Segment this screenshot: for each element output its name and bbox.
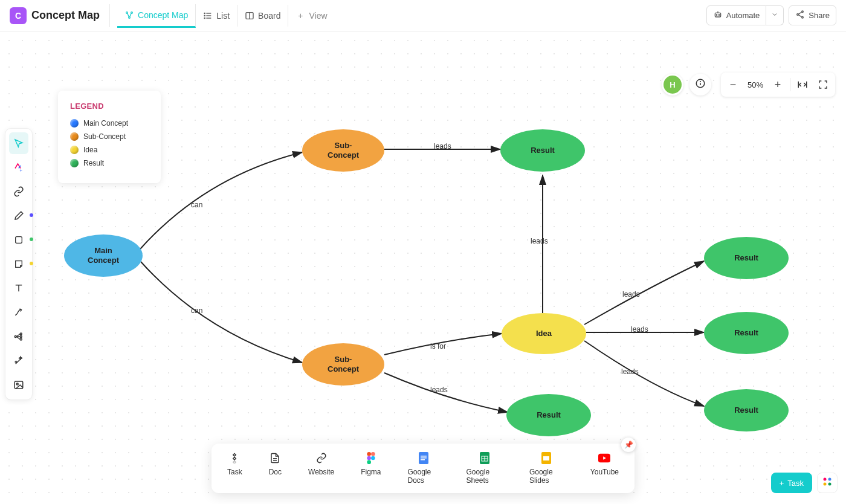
legend-item: Idea	[70, 146, 149, 154]
fit-width-button[interactable]	[793, 76, 812, 93]
left-toolbar: +	[5, 128, 33, 400]
legend-swatch	[70, 159, 79, 167]
bottom-right-controls: + Task	[771, 473, 838, 493]
zoom-out-button[interactable]: −	[723, 76, 743, 93]
user-avatar: H	[664, 76, 682, 94]
gslides-icon	[540, 452, 552, 464]
svg-point-56	[824, 478, 827, 481]
new-task-button[interactable]: + Task	[771, 473, 812, 493]
svg-point-59	[828, 483, 831, 486]
avatar-wrap[interactable]: H	[662, 74, 683, 95]
tool-text[interactable]	[9, 277, 28, 299]
legend-label: Main Concept	[83, 119, 128, 128]
tab-label: View	[309, 11, 327, 21]
dock-gslides[interactable]: Google Slides	[516, 450, 577, 487]
svg-text:+: +	[20, 168, 23, 173]
tool-link[interactable]	[9, 181, 28, 202]
svg-point-37	[16, 383, 18, 385]
dock-gsheets[interactable]: Google Sheets	[453, 450, 516, 487]
svg-point-13	[718, 15, 719, 15]
dock-gdocs[interactable]: Google Docs	[395, 450, 453, 487]
gsheets-icon	[479, 452, 491, 464]
legend-item: Sub-Concept	[70, 132, 149, 141]
svg-line-18	[799, 12, 802, 14]
node-main-concept[interactable]: MainConcept	[64, 234, 143, 277]
dock-youtube[interactable]: YouTube	[577, 450, 632, 487]
edge-label: can	[191, 201, 202, 209]
tool-connector[interactable]	[9, 302, 28, 323]
legend-item: Result	[70, 159, 149, 167]
tool-magic[interactable]	[9, 350, 28, 372]
dock-doc[interactable]: Doc	[256, 450, 295, 487]
svg-point-22	[700, 82, 701, 82]
tab-board[interactable]: Board	[237, 5, 288, 27]
node-result[interactable]: Result	[506, 394, 591, 436]
svg-point-15	[802, 11, 804, 13]
legend-swatch	[70, 119, 79, 128]
node-result[interactable]: Result	[704, 312, 789, 354]
edge-label: leads	[621, 367, 639, 376]
automate-button[interactable]: Automate	[706, 5, 767, 25]
node-sub-concept[interactable]: Sub-Concept	[302, 343, 384, 386]
dock-website[interactable]: Website	[295, 450, 347, 487]
node-result[interactable]: Result	[704, 389, 789, 431]
tab-list[interactable]: List	[196, 5, 237, 27]
edge-label: leads	[531, 237, 548, 245]
legend-label: Result	[83, 159, 104, 167]
legend-swatch	[70, 146, 79, 154]
doc-icon	[269, 452, 281, 464]
view-tabs: Concept Map List Board + View	[109, 4, 335, 27]
info-icon	[695, 78, 706, 91]
pin-button[interactable]: 📌	[621, 438, 636, 452]
legend-panel[interactable]: LEGEND Main Concept Sub-Concept Idea Res…	[58, 91, 161, 183]
node-label: Result	[537, 410, 561, 420]
dock-label: Google Sheets	[466, 468, 503, 485]
node-label: Result	[734, 253, 758, 263]
node-label: Sub-Concept	[328, 141, 359, 160]
node-sub-concept[interactable]: Sub-Concept	[302, 129, 384, 172]
tool-mindmap[interactable]	[9, 326, 28, 347]
svg-point-16	[797, 14, 799, 16]
dock-task[interactable]: Task	[214, 450, 256, 487]
fullscreen-button[interactable]	[813, 76, 833, 93]
node-label: Result	[734, 328, 758, 338]
node-label: MainConcept	[88, 246, 119, 265]
svg-point-6	[204, 13, 205, 13]
share-button[interactable]: Share	[789, 5, 836, 25]
tool-pen[interactable]	[9, 205, 28, 227]
dock-label: Task	[227, 468, 242, 476]
tab-label: List	[216, 11, 230, 21]
tool-sticky[interactable]	[9, 253, 28, 275]
svg-point-44	[367, 460, 371, 464]
svg-point-42	[367, 456, 371, 460]
canvas[interactable]: H − 50% + + LEGEND Main Concept Sub-Conc…	[0, 31, 846, 504]
svg-point-41	[371, 452, 375, 456]
apps-icon	[822, 477, 832, 489]
svg-point-8	[204, 18, 205, 18]
dock-label: Website	[308, 468, 334, 476]
node-idea[interactable]: Idea	[502, 313, 586, 354]
tab-concept-map[interactable]: Concept Map	[117, 4, 196, 28]
svg-point-7	[204, 15, 205, 16]
dock-label: Doc	[269, 468, 282, 476]
tool-image[interactable]	[9, 374, 28, 396]
dock-figma[interactable]: Figma	[347, 450, 394, 487]
insert-dock: 📌 Task Doc Website Figma Google Docs Goo…	[212, 444, 634, 493]
apps-button[interactable]	[817, 473, 838, 493]
node-result[interactable]: Result	[500, 129, 585, 172]
info-button[interactable]	[689, 74, 711, 95]
dock-label: Google Slides	[529, 468, 564, 485]
svg-point-31	[20, 336, 22, 338]
automate-dropdown[interactable]	[766, 5, 784, 25]
tool-ai[interactable]: +	[9, 157, 28, 178]
svg-point-57	[828, 478, 831, 481]
node-result[interactable]: Result	[704, 237, 789, 279]
add-view-button[interactable]: + View	[288, 5, 334, 27]
canvas-controls: H − 50% +	[662, 73, 835, 97]
zoom-in-button[interactable]: +	[768, 76, 787, 93]
node-label: Result	[531, 146, 555, 155]
svg-rect-26	[16, 237, 22, 244]
tool-shape[interactable]	[9, 229, 28, 251]
tool-select[interactable]	[9, 132, 28, 154]
dock-label: Figma	[361, 468, 381, 476]
